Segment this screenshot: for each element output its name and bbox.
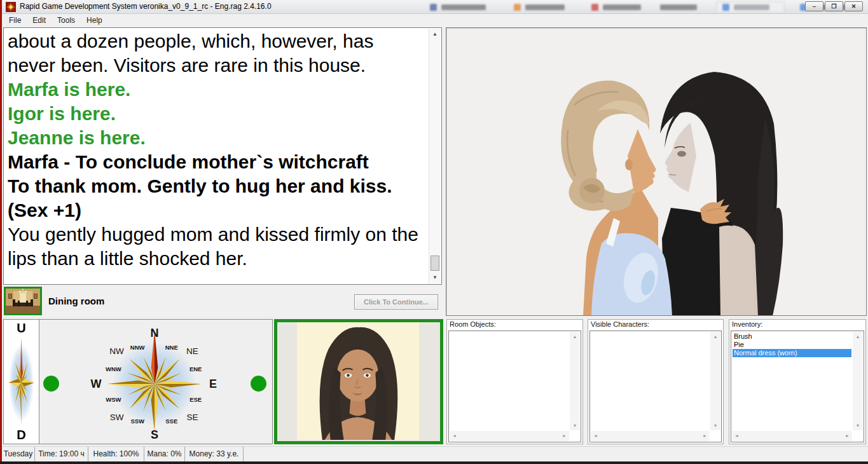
horizontal-scrollbar[interactable]: ◄► <box>732 431 852 441</box>
compass-direction-e[interactable]: E <box>209 378 217 391</box>
story-paragraph: Marfa - To conclude mother`s witchcraft <box>8 150 420 174</box>
list-item[interactable]: Normal dress (worn) <box>733 349 851 357</box>
scroll-right-icon[interactable]: ► <box>562 433 567 438</box>
status-day: Tuesday <box>2 447 35 461</box>
background-tab-icon <box>514 4 521 11</box>
story-paragraph: To thank mom. Gently to hug her and kiss… <box>8 174 420 222</box>
window-title: Rapid Game Development System veronika_v… <box>20 2 272 11</box>
vertical-scrollbar[interactable]: ▲▼ <box>853 332 863 430</box>
scroll-down-icon[interactable]: ▼ <box>853 423 863 428</box>
compass-direction-wsw[interactable]: WSW <box>106 396 121 403</box>
list-item[interactable]: Pie <box>733 341 851 349</box>
compass-direction-ese[interactable]: ESE <box>189 396 202 403</box>
exit-dot-east[interactable] <box>251 376 266 392</box>
room-thumbnail[interactable] <box>4 287 42 315</box>
story-scrollbar[interactable]: ▲ ▼ <box>429 29 441 283</box>
story-paragraph: Igor is here. <box>8 102 420 126</box>
story-paragraph: Jeanne is here. <box>8 126 420 150</box>
close-button[interactable]: ✕ <box>844 1 863 11</box>
compass-direction-sw[interactable]: SW <box>110 412 124 421</box>
scroll-left-icon[interactable]: ◄ <box>734 433 739 438</box>
scroll-right-icon[interactable]: ► <box>845 433 850 438</box>
menu-file[interactable]: File <box>3 15 27 27</box>
background-tab <box>441 4 486 10</box>
scroll-down-icon[interactable]: ▼ <box>710 423 720 428</box>
statusbar: TuesdayTime: 19:00 чHealth: 100%Mana: 0%… <box>2 446 868 461</box>
story-text: about a dozen people, which, however, ha… <box>8 29 420 283</box>
scrollbar-thumb[interactable] <box>431 256 439 271</box>
scroll-up-icon[interactable]: ▲ <box>853 334 863 339</box>
panel-inventory: Inventory:BrushPieNormal dress (worn)▲▼◄… <box>729 319 866 444</box>
compass-direction-n[interactable]: N <box>151 327 159 340</box>
background-browser-tabs <box>418 0 800 14</box>
compass-direction-nne[interactable]: NNE <box>165 343 178 350</box>
vertical-scrollbar[interactable]: ▲▼ <box>570 332 580 430</box>
scroll-up-icon[interactable]: ▲ <box>570 334 580 339</box>
inventory-label: Inventory: <box>729 320 865 330</box>
story-text-panel: about a dozen people, which, however, ha… <box>3 27 442 285</box>
scroll-down-icon[interactable]: ▼ <box>570 423 580 428</box>
story-paragraph: You gently hugged mom and kissed firmly … <box>8 222 420 271</box>
menu-edit[interactable]: Edit <box>27 15 52 27</box>
compass-direction-wnw[interactable]: WNW <box>106 365 121 372</box>
minimize-button[interactable]: – <box>805 1 823 11</box>
character-portrait[interactable] <box>274 319 443 444</box>
horizontal-scrollbar[interactable]: ◄► <box>591 431 710 441</box>
app-window: Rapid Game Development System veronika_v… <box>0 0 868 464</box>
scroll-up-icon[interactable]: ▲ <box>710 334 720 339</box>
menubar: FileEditToolsHelp <box>2 14 868 26</box>
scroll-down-icon[interactable]: ▼ <box>429 273 441 283</box>
compass-down-label[interactable]: D <box>4 428 39 442</box>
updown-compass-panel: U D <box>3 319 39 444</box>
listbox-visible-characters[interactable]: ▲▼◄► <box>589 331 722 442</box>
inventory-items: BrushPieNormal dress (worn) <box>733 332 851 430</box>
dining-room-image <box>6 289 40 313</box>
compass-direction-nw[interactable]: NW <box>109 346 124 356</box>
horizontal-scrollbar[interactable]: ◄► <box>450 431 569 441</box>
scene-image <box>447 29 867 316</box>
taskbar-strip <box>0 461 868 464</box>
scene-image-panel <box>446 27 867 316</box>
status-time: Time: 19:00 ч <box>35 447 88 461</box>
story-paragraph: Marfa is here. <box>8 78 420 102</box>
vertical-scrollbar[interactable]: ▲▼ <box>710 332 720 430</box>
titlebar: Rapid Game Development System veronika_v… <box>2 0 868 14</box>
compass-direction-ssw[interactable]: SSW <box>130 418 144 425</box>
status-money: Money: 33 y.e. <box>185 447 244 461</box>
compass-up-label[interactable]: U <box>4 321 39 336</box>
background-tab <box>660 4 697 10</box>
compass-direction-ne[interactable]: NE <box>186 346 198 356</box>
background-tab-icon <box>722 4 729 11</box>
story-paragraph: about a dozen people, which, however, ha… <box>8 29 420 78</box>
list-item[interactable]: Brush <box>733 332 851 341</box>
restore-button[interactable]: ❐ <box>825 1 843 11</box>
compass-direction-se[interactable]: SE <box>186 412 198 421</box>
compass-direction-nnw[interactable]: NNW <box>130 343 145 350</box>
background-tab <box>603 4 641 10</box>
app-icon <box>6 2 16 12</box>
listbox-room-objects[interactable]: ▲▼◄► <box>448 331 581 442</box>
visible-characters-items <box>591 332 709 430</box>
room-objects-label: Room Objects: <box>447 320 582 330</box>
scroll-left-icon[interactable]: ◄ <box>593 433 598 438</box>
compass-direction-w[interactable]: W <box>91 378 102 391</box>
panel-room-objects: Room Objects:▲▼◄► <box>446 319 583 444</box>
menu-help[interactable]: Help <box>81 15 108 27</box>
compass-direction-s[interactable]: S <box>151 428 158 442</box>
portrait-image <box>277 322 439 440</box>
listbox-inventory[interactable]: BrushPieNormal dress (worn)▲▼◄► <box>731 331 864 442</box>
visible-characters-label: Visible Characters: <box>588 320 723 330</box>
scroll-left-icon[interactable]: ◄ <box>452 433 457 438</box>
continue-button[interactable]: Click To Continue... <box>354 294 438 310</box>
compass-direction-ene[interactable]: ENE <box>189 365 202 372</box>
panel-visible-characters: Visible Characters:▲▼◄► <box>588 319 724 444</box>
vertical-compass-rose <box>4 335 39 430</box>
background-tab-icon <box>430 4 437 11</box>
status-health: Health: 100% <box>88 447 144 461</box>
background-tab-icon <box>591 4 598 11</box>
scroll-up-icon[interactable]: ▲ <box>429 29 441 39</box>
menu-tools[interactable]: Tools <box>52 15 81 27</box>
scroll-right-icon[interactable]: ► <box>703 433 707 438</box>
exit-dot-west[interactable] <box>43 376 59 392</box>
compass-direction-sse[interactable]: SSE <box>165 418 177 425</box>
